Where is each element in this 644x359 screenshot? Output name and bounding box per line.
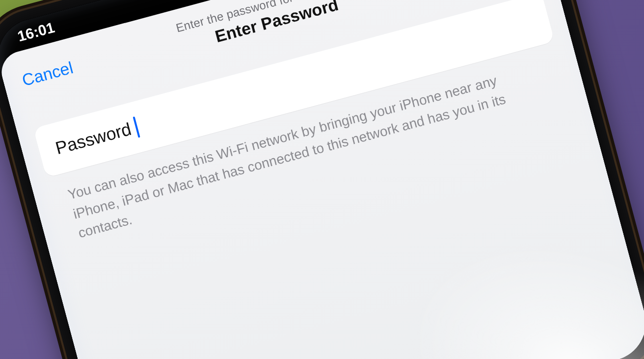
phone-bezel: 16:01 Cancel Enter the password for "BT-… xyxy=(0,0,644,359)
photo-background: 16:01 Cancel Enter the password for "BT-… xyxy=(0,0,644,359)
wifi-password-dialog: Cancel Enter the password for "BT-HXATXX… xyxy=(0,0,644,359)
phone-screen: 16:01 Cancel Enter the password for "BT-… xyxy=(0,0,644,359)
password-label: Password xyxy=(53,118,134,158)
phone-body: 16:01 Cancel Enter the password for "BT-… xyxy=(0,0,644,359)
text-caret xyxy=(133,116,140,138)
status-time: 16:01 xyxy=(16,19,56,45)
cancel-button[interactable]: Cancel xyxy=(16,50,75,90)
